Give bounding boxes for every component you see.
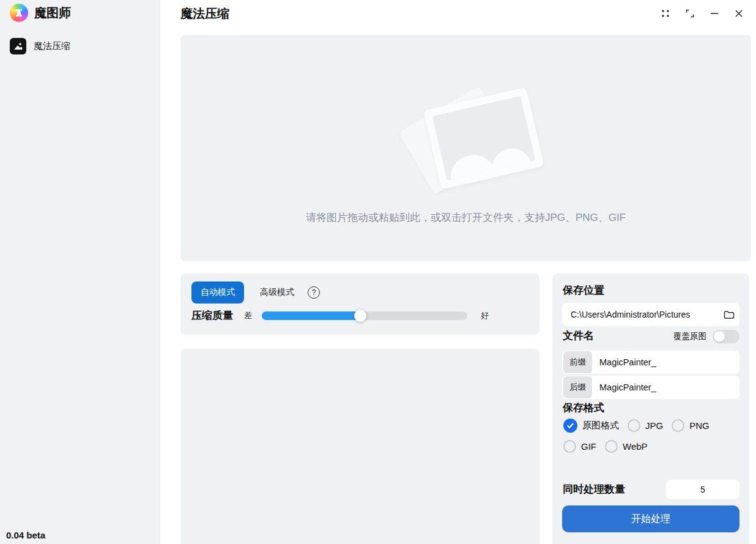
photos-placeholder-icon [406, 81, 534, 197]
save-format-label: 保存格式 [563, 401, 604, 415]
logo-glyph-icon [14, 8, 24, 18]
radio-unchecked-icon [563, 440, 576, 453]
slider-fill [262, 311, 360, 320]
radio-unchecked-icon [672, 419, 684, 432]
overwrite-toggle[interactable] [713, 330, 739, 343]
dots-grid-icon[interactable] [653, 4, 678, 23]
filename-label: 文件名 [563, 329, 594, 343]
minimize-icon[interactable] [702, 4, 727, 23]
radio-unchecked-icon [605, 440, 618, 453]
format-option-jpg[interactable]: JPG [628, 419, 663, 432]
format-option-gif[interactable]: GIF [563, 440, 596, 453]
suffix-input[interactable] [592, 382, 739, 392]
toggle-knob [714, 331, 725, 342]
suffix-field[interactable]: 后缀 [562, 376, 739, 399]
results-list-panel [180, 349, 539, 544]
save-options-panel: 保存位置 文件名 覆盖原图 前缀 后缀 保存格式 [552, 274, 749, 544]
quality-label: 压缩质量 [191, 308, 233, 322]
drop-hint-text: 请将图片拖动或粘贴到此，或双击打开文件夹，支持JPG、PNG、GIF [180, 211, 751, 225]
page-title: 魔法压缩 [180, 6, 229, 22]
prefix-tag: 前缀 [563, 351, 592, 373]
maximize-icon[interactable] [678, 4, 702, 23]
prefix-input[interactable] [592, 357, 739, 367]
quality-min-label: 差 [244, 310, 252, 321]
radio-unchecked-icon [628, 419, 640, 432]
close-icon[interactable] [727, 4, 751, 23]
app-window: 魔图师 魔法压缩 0.04 beta 魔法压缩 [0, 0, 756, 544]
format-option-webp[interactable]: WebP [605, 440, 648, 453]
prefix-field[interactable]: 前缀 [562, 351, 739, 374]
suffix-tag: 后缀 [563, 376, 592, 398]
image-drop-zone[interactable]: 请将图片拖动或粘贴到此，或双击打开文件夹，支持JPG、PNG、GIF [180, 35, 751, 261]
compression-settings-card: 自动模式 高级模式 ? 压缩质量 差 好 [180, 274, 539, 335]
sidebar-item-magic-compress[interactable]: 魔法压缩 [10, 38, 70, 54]
slider-thumb[interactable] [354, 310, 366, 322]
app-logo-icon [10, 4, 28, 22]
concurrency-input[interactable] [666, 480, 739, 499]
image-icon [10, 38, 26, 54]
save-location-label: 保存位置 [563, 283, 604, 297]
quality-slider[interactable] [262, 311, 467, 320]
overwrite-label: 覆盖原图 [673, 331, 706, 342]
save-path-field[interactable] [562, 303, 739, 326]
tab-advanced-mode[interactable]: 高级模式 [260, 287, 294, 298]
app-logo-row: 魔图师 [10, 4, 71, 22]
folder-icon[interactable] [719, 303, 739, 326]
quality-max-label: 好 [481, 310, 489, 321]
version-label: 0.04 beta [6, 530, 45, 540]
window-controls [653, 4, 751, 23]
sidebar: 魔图师 魔法压缩 0.04 beta [0, 0, 160, 544]
app-title: 魔图师 [34, 5, 71, 21]
radio-checked-icon [563, 419, 577, 433]
tab-auto-mode[interactable]: 自动模式 [191, 281, 244, 304]
format-option-original[interactable]: 原图格式 [563, 419, 619, 433]
help-icon[interactable]: ? [308, 286, 320, 299]
concurrency-label: 同时处理数量 [563, 482, 625, 496]
sidebar-item-label: 魔法压缩 [34, 40, 70, 52]
format-option-png[interactable]: PNG [672, 419, 710, 432]
save-path-input[interactable] [562, 310, 719, 319]
start-processing-button[interactable]: 开始处理 [562, 505, 739, 532]
